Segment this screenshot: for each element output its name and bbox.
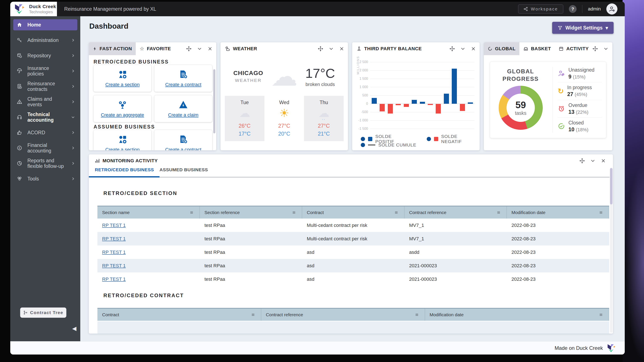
key-icon: [17, 37, 23, 43]
sidebar-item-tools[interactable]: Tools: [10, 171, 80, 186]
contract-table-heading: RETRO/CEDED CONTRACT: [104, 293, 184, 299]
column-menu-icon[interactable]: [599, 313, 604, 317]
widget-title: MONITORING ACTIVITY: [102, 158, 158, 164]
euro-icon: €: [17, 145, 23, 151]
user-avatar[interactable]: [606, 3, 618, 14]
sidebar-item-technical-accounting[interactable]: Technical accounting: [10, 110, 80, 125]
section-link[interactable]: RP TEST 1: [102, 223, 126, 228]
bar-positive: [372, 98, 377, 104]
workspace-button[interactable]: Workspace: [518, 4, 563, 13]
retro-ceded-section-table: Section name Section reference Contract …: [98, 206, 609, 286]
sidebar-item-administration[interactable]: Administration: [10, 32, 80, 48]
column-menu-icon[interactable]: [292, 211, 297, 214]
chevron-right-icon: [71, 84, 75, 89]
brand-line1: Duck Creek: [29, 4, 56, 9]
tab-global[interactable]: GLOBAL: [484, 42, 520, 55]
duck-creek-logo-icon: [14, 4, 26, 14]
close-widget-icon[interactable]: [208, 46, 212, 51]
table-row: RP TEST 1 test RPaa asd 2021-000023 2022…: [98, 259, 609, 272]
sidebar-item-acord[interactable]: ACORD: [10, 125, 80, 140]
create-claim-button[interactable]: Create a claim: [154, 95, 212, 122]
y-axis-tick: -1 500: [358, 127, 368, 131]
table-row: RP TEST 1 test RPaa Multi-cedant contrac…: [98, 232, 609, 245]
scrollbar-thumb[interactable]: [213, 69, 216, 133]
tab-fast-action[interactable]: FAST ACTION: [89, 42, 136, 55]
collapse-widget-icon[interactable]: [197, 46, 202, 51]
section-link[interactable]: RP TEST 1: [102, 236, 126, 242]
sun-icon: ☀: [279, 107, 289, 119]
tab-assumed-business[interactable]: ASSUMED BUSINESS: [160, 167, 208, 172]
create-contract-button[interactable]: Create a contract: [154, 65, 212, 92]
help-icon[interactable]: ?: [569, 5, 576, 13]
database-icon: [17, 53, 23, 58]
section-link[interactable]: RP TEST 1: [102, 276, 126, 282]
stat-overdue: Overdue 13 (22%): [558, 100, 602, 118]
column-menu-icon[interactable]: [190, 211, 195, 214]
sidebar-item-reports[interactable]: Reports and flexible follow-up: [10, 156, 80, 171]
legend-marker-icon[interactable]: [361, 137, 365, 141]
check-circle-icon: [558, 123, 565, 130]
column-menu-icon[interactable]: [599, 211, 604, 214]
third-party-icon: [356, 46, 362, 51]
collapse-widget-icon[interactable]: [329, 46, 334, 51]
brand-line2: Technologies: [29, 10, 56, 14]
move-widget-icon[interactable]: [592, 46, 598, 51]
person-question-icon: ?: [558, 70, 565, 77]
contract-tree-button[interactable]: Contract Tree: [20, 308, 66, 318]
collapse-widget-icon[interactable]: [460, 46, 466, 51]
tab-retro-ceded-business[interactable]: RETRO/CEDED BUSINESS: [95, 167, 154, 172]
tab-basket[interactable]: BASKET: [520, 42, 555, 55]
close-widget-icon[interactable]: [339, 46, 344, 51]
create-contract-button-assumed[interactable]: Create a contract: [154, 130, 212, 150]
column-menu-icon[interactable]: [251, 313, 256, 317]
sun-cloud-icon: [225, 46, 230, 51]
create-section-button-assumed[interactable]: Create a section: [94, 130, 151, 150]
bar-negative: [460, 104, 465, 111]
caret-down-icon: ▾: [606, 25, 608, 31]
tab-activity[interactable]: ACTIVITY: [555, 42, 592, 55]
create-section-button[interactable]: Create a section: [94, 65, 151, 92]
move-widget-icon[interactable]: [450, 46, 455, 51]
fast-action-widget: FAST ACTION ☆ FAVORITE: [89, 42, 216, 150]
brand-name: Duck Creek Technologies: [29, 4, 56, 14]
sidebar-item-financial-accounting[interactable]: € Financial accounting: [10, 140, 80, 156]
sidebar-item-claims-and-events[interactable]: Claims and events: [10, 94, 80, 110]
create-aggregate-button[interactable]: Create an aggregate: [94, 95, 151, 122]
legend-marker-icon[interactable]: [427, 137, 431, 141]
move-widget-icon[interactable]: [186, 46, 192, 51]
current-temperature: 17°C: [305, 66, 335, 81]
column-menu-icon[interactable]: [497, 211, 502, 214]
move-widget-icon[interactable]: [580, 158, 585, 163]
chevron-right-icon: [71, 161, 75, 166]
forecast-low: 20°C: [278, 131, 290, 137]
column-menu-icon[interactable]: [415, 313, 420, 317]
sidebar-item-reinsurance-contracts[interactable]: Reinsurance contracts: [10, 79, 80, 94]
scrollbar-thumb[interactable]: [610, 168, 612, 204]
widget-settings-button[interactable]: Widget Settings ▾: [552, 22, 614, 34]
close-widget-icon[interactable]: [471, 46, 476, 51]
forecast-day-tue: Tue ☁ 26°C 17°C: [225, 96, 264, 141]
section-link[interactable]: RP TEST 1: [102, 249, 126, 255]
section-link[interactable]: RP TEST 1: [102, 263, 126, 269]
tab-favorite[interactable]: ☆ FAVORITE: [136, 42, 175, 55]
home-icon: [17, 22, 23, 27]
svg-text:?: ?: [563, 74, 564, 75]
tasks-label: tasks: [515, 110, 526, 116]
sidebar-item-home[interactable]: Home: [13, 19, 77, 30]
forecast-high: 27°C: [318, 123, 330, 129]
collapse-widget-icon[interactable]: [590, 158, 596, 163]
gridline: 0: [370, 104, 474, 104]
move-widget-icon[interactable]: [318, 46, 323, 51]
close-widget-icon[interactable]: [601, 159, 606, 163]
contract-icon: [178, 135, 188, 144]
column-menu-icon[interactable]: [394, 211, 400, 214]
desktop-background-accent-glow: [625, 163, 644, 362]
footer: Made on Duck Creek: [10, 341, 625, 355]
section-title: RETRO/CEDED BUSINESS: [94, 59, 169, 65]
sidebar-item-insurance-policies[interactable]: Insurance policies: [10, 63, 80, 79]
sidebar-collapse-icon[interactable]: ◀: [72, 325, 76, 332]
sidebar-item-repository[interactable]: Repository: [10, 48, 80, 63]
tools-icon: [17, 176, 23, 181]
collapse-widget-icon[interactable]: [603, 46, 608, 51]
legend-marker-icon[interactable]: [361, 143, 365, 147]
